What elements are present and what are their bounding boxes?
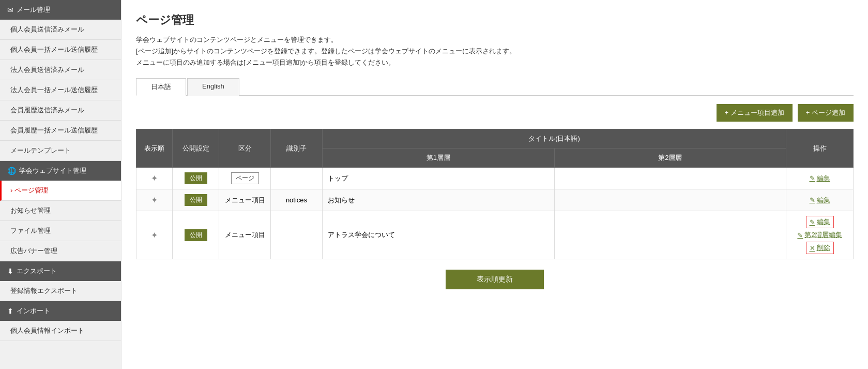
mail-icon: ✉ (7, 6, 13, 14)
edit-link[interactable]: ✎ 編集 (791, 196, 848, 205)
sidebar-item-member-history-sent[interactable]: 会員履歴送信済みメール (0, 100, 121, 121)
sidebar-item-member-history-bulk[interactable]: 会員履歴一括メール送信履歴 (0, 121, 121, 141)
sidebar-item-registration-export[interactable]: 登録情報エクスポート (0, 281, 121, 301)
title-l2-cell (554, 189, 786, 211)
cross-icon: ✕ (810, 244, 815, 252)
sidebar-item-corporate-history[interactable]: 法人会員一括メール送信履歴 (0, 80, 121, 100)
col-publish: 公開設定 (173, 129, 219, 168)
sidebar-section-export: ⬇ エクスポート (0, 261, 121, 281)
tab-bar: 日本語 English (136, 78, 854, 96)
page-title: ページ管理 (136, 12, 854, 28)
sidebar-item-mail-template[interactable]: メールテンプレート (0, 141, 121, 161)
tab-english[interactable]: English (187, 78, 239, 96)
col-identifier: 識別子 (271, 129, 323, 168)
add-menu-button[interactable]: + メニュー項目追加 (717, 104, 793, 122)
page-description: 学会ウェブサイトのコンテンツページとメニューを管理できます。 [ページ追加]から… (136, 34, 854, 68)
action-bar: + メニュー項目追加 + ページ追加 (136, 104, 854, 122)
identifier-cell (271, 168, 323, 189)
col-title-l1: 第1層層 (323, 149, 555, 168)
col-title-group: タイトル(日本語) (323, 129, 786, 149)
identifier-cell (271, 211, 323, 259)
pencil-icon: ✎ (810, 174, 815, 182)
category-cell: メニュー項目 (219, 211, 271, 259)
col-operations: 操作 (786, 129, 854, 168)
title-l2-cell (554, 168, 786, 189)
delete-link-boxed[interactable]: ✕ 削除 (806, 242, 834, 254)
sidebar-section-mail: ✉ メール管理 (0, 0, 121, 20)
sidebar-item-file-management[interactable]: ファイル管理 (0, 221, 121, 241)
table-row: ✦ 公開 ページ トップ ✎ 編集 (136, 168, 854, 189)
sidebar-item-individual-sent[interactable]: 個人会員送信済みメール (0, 20, 121, 40)
pencil-icon: ✎ (810, 218, 815, 226)
tab-japanese[interactable]: 日本語 (136, 78, 186, 96)
pages-table: 表示順 公開設定 区分 識別子 タイトル(日本語) 操作 第1層層 第2層層 ✦… (136, 129, 854, 259)
pencil-icon: ✎ (810, 196, 815, 204)
sort-handle[interactable]: ✦ (136, 211, 173, 259)
download-icon: ⬇ (7, 267, 13, 275)
title-l2-cell (554, 211, 786, 259)
ops-cell: ✎ 編集 (786, 189, 854, 211)
table-row: ✦ 公開 メニュー項目 アトラス学会について ✎ 編集 ✎ 第2階層編集 (136, 211, 854, 259)
sidebar-item-page-management[interactable]: ›ページ管理 (0, 181, 121, 201)
sidebar-section-website: 🌐 学会ウェブサイト管理 (0, 161, 121, 181)
category-cell: メニュー項目 (219, 189, 271, 211)
sidebar-item-corporate-sent[interactable]: 法人会員送信済みメール (0, 60, 121, 80)
upload-icon: ⬆ (7, 307, 13, 315)
category-cell: ページ (219, 168, 271, 189)
sort-handle[interactable]: ✦ (136, 189, 173, 211)
col-category: 区分 (219, 129, 271, 168)
pencil-icon: ✎ (797, 231, 803, 239)
col-sort-order: 表示順 (136, 129, 173, 168)
add-page-button[interactable]: + ページ追加 (798, 104, 854, 122)
ops-cell: ✎ 編集 (786, 168, 854, 189)
sidebar-item-notice-management[interactable]: お知らせ管理 (0, 201, 121, 221)
title-l1-cell: お知らせ (323, 189, 555, 211)
publish-status: 公開 (173, 168, 219, 189)
edit-link-boxed[interactable]: ✎ 編集 (806, 216, 834, 228)
sidebar-section-import: ⬆ インポート (0, 301, 121, 321)
col-title-l2: 第2層層 (554, 149, 786, 168)
main-content: ページ管理 学会ウェブサイトのコンテンツページとメニューを管理できます。 [ペー… (121, 0, 868, 369)
globe-icon: 🌐 (7, 167, 16, 175)
publish-status: 公開 (173, 211, 219, 259)
title-l1-cell: トップ (323, 168, 555, 189)
sidebar-item-individual-history[interactable]: 個人会員一括メール送信履歴 (0, 40, 121, 60)
sort-handle[interactable]: ✦ (136, 168, 173, 189)
title-l1-cell: アトラス学会について (323, 211, 555, 259)
sidebar-item-individual-import[interactable]: 個人会員情報インポート (0, 321, 121, 341)
update-button-container: 表示順更新 (136, 270, 854, 289)
sidebar-item-banner-management[interactable]: 広告バナー管理 (0, 241, 121, 261)
ops-cell: ✎ 編集 ✎ 第2階層編集 ✕ 削除 (786, 211, 854, 259)
edit-link[interactable]: ✎ 編集 (791, 174, 848, 183)
identifier-cell: notices (271, 189, 323, 211)
update-order-button[interactable]: 表示順更新 (446, 270, 544, 289)
edit-level2-link[interactable]: ✎ 第2階層編集 (797, 230, 842, 240)
sidebar: ✉ メール管理 個人会員送信済みメール 個人会員一括メール送信履歴 法人会員送信… (0, 0, 121, 369)
table-row: ✦ 公開 メニュー項目 notices お知らせ ✎ 編集 (136, 189, 854, 211)
publish-status: 公開 (173, 189, 219, 211)
operations-container: ✎ 編集 ✎ 第2階層編集 ✕ 削除 (791, 216, 848, 254)
